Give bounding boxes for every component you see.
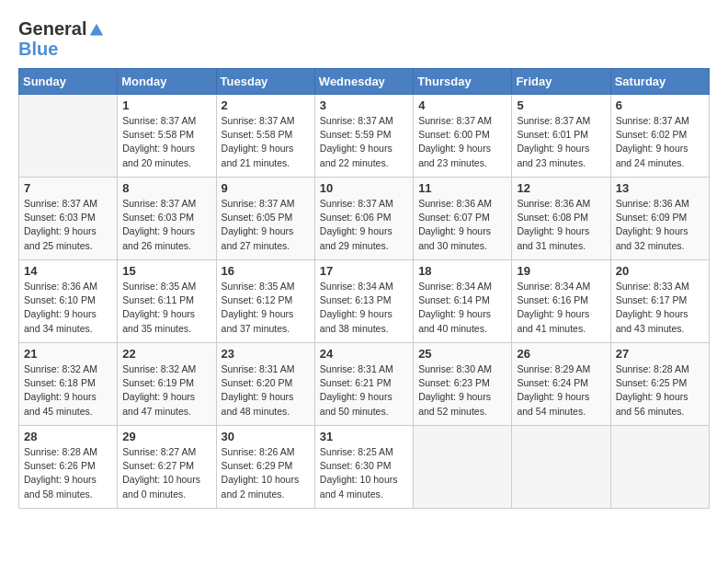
calendar-week-4: 21Sunrise: 8:32 AMSunset: 6:18 PMDayligh…	[19, 343, 710, 426]
calendar-cell: 6Sunrise: 8:37 AMSunset: 6:02 PMDaylight…	[610, 95, 709, 178]
day-number: 28	[24, 430, 112, 443]
day-info: Sunrise: 8:37 AMSunset: 5:58 PMDaylight:…	[222, 114, 310, 170]
weekday-header-monday: Monday	[118, 69, 216, 95]
calendar-cell: 25Sunrise: 8:30 AMSunset: 6:23 PMDayligh…	[414, 343, 512, 426]
day-info: Sunrise: 8:34 AMSunset: 6:16 PMDaylight:…	[517, 280, 605, 336]
calendar-cell: 10Sunrise: 8:37 AMSunset: 6:06 PMDayligh…	[314, 178, 413, 260]
calendar-cell: 5Sunrise: 8:37 AMSunset: 6:01 PMDaylight…	[512, 95, 610, 178]
calendar-cell: 24Sunrise: 8:31 AMSunset: 6:21 PMDayligh…	[314, 343, 413, 426]
day-number: 14	[24, 264, 112, 278]
day-number: 2	[222, 98, 310, 112]
calendar-cell: 31Sunrise: 8:25 AMSunset: 6:30 PMDayligh…	[314, 426, 413, 509]
calendar-week-3: 14Sunrise: 8:36 AMSunset: 6:10 PMDayligh…	[19, 260, 710, 343]
day-info: Sunrise: 8:37 AMSunset: 6:01 PMDaylight:…	[517, 114, 605, 170]
calendar-cell	[610, 426, 709, 509]
calendar-cell: 18Sunrise: 8:34 AMSunset: 6:14 PMDayligh…	[414, 260, 512, 343]
day-info: Sunrise: 8:37 AMSunset: 5:59 PMDaylight:…	[320, 114, 408, 170]
day-info: Sunrise: 8:37 AMSunset: 6:02 PMDaylight:…	[616, 114, 704, 170]
day-info: Sunrise: 8:32 AMSunset: 6:19 PMDaylight:…	[122, 362, 210, 419]
day-info: Sunrise: 8:37 AMSunset: 6:03 PMDaylight:…	[122, 197, 210, 253]
day-info: Sunrise: 8:31 AMSunset: 6:21 PMDaylight:…	[320, 362, 408, 419]
calendar-cell: 4Sunrise: 8:37 AMSunset: 6:00 PMDaylight…	[414, 95, 512, 178]
day-number: 11	[418, 181, 506, 195]
day-info: Sunrise: 8:26 AMSunset: 6:29 PMDaylight:…	[222, 445, 310, 501]
calendar-cell: 28Sunrise: 8:28 AMSunset: 6:26 PMDayligh…	[19, 426, 118, 509]
day-number: 25	[418, 347, 506, 361]
day-number: 20	[616, 264, 704, 278]
day-number: 1	[122, 98, 210, 112]
page-header: GeneralBlue	[18, 18, 710, 59]
calendar-cell: 15Sunrise: 8:35 AMSunset: 6:11 PMDayligh…	[118, 260, 216, 343]
day-number: 5	[517, 98, 605, 112]
calendar-week-1: 1Sunrise: 8:37 AMSunset: 5:58 PMDaylight…	[19, 95, 710, 178]
day-info: Sunrise: 8:37 AMSunset: 6:05 PMDaylight:…	[222, 197, 310, 253]
calendar-cell: 30Sunrise: 8:26 AMSunset: 6:29 PMDayligh…	[216, 426, 314, 509]
day-info: Sunrise: 8:35 AMSunset: 6:12 PMDaylight:…	[222, 280, 310, 336]
calendar-cell: 26Sunrise: 8:29 AMSunset: 6:24 PMDayligh…	[512, 343, 610, 426]
day-info: Sunrise: 8:33 AMSunset: 6:17 PMDaylight:…	[616, 280, 704, 336]
day-info: Sunrise: 8:36 AMSunset: 6:07 PMDaylight:…	[418, 197, 506, 253]
day-number: 18	[418, 264, 506, 278]
day-info: Sunrise: 8:32 AMSunset: 6:18 PMDaylight:…	[24, 362, 112, 419]
calendar-body: 1Sunrise: 8:37 AMSunset: 5:58 PMDaylight…	[19, 95, 710, 509]
day-info: Sunrise: 8:31 AMSunset: 6:20 PMDaylight:…	[222, 362, 310, 419]
day-number: 24	[320, 347, 408, 361]
day-number: 16	[222, 264, 310, 278]
day-number: 13	[616, 181, 704, 195]
calendar-cell: 7Sunrise: 8:37 AMSunset: 6:03 PMDaylight…	[19, 178, 118, 260]
calendar-header: SundayMondayTuesdayWednesdayThursdayFrid…	[19, 69, 710, 95]
day-info: Sunrise: 8:29 AMSunset: 6:24 PMDaylight:…	[517, 362, 605, 419]
calendar-cell	[414, 426, 512, 509]
day-info: Sunrise: 8:36 AMSunset: 6:09 PMDaylight:…	[616, 197, 704, 253]
day-number: 19	[517, 264, 605, 278]
logo: GeneralBlue	[18, 18, 105, 59]
day-info: Sunrise: 8:28 AMSunset: 6:26 PMDaylight:…	[24, 445, 112, 501]
day-info: Sunrise: 8:28 AMSunset: 6:25 PMDaylight:…	[616, 362, 704, 419]
day-number: 10	[320, 181, 408, 195]
logo-text: GeneralBlue	[18, 18, 105, 59]
weekday-header-row: SundayMondayTuesdayWednesdayThursdayFrid…	[19, 69, 710, 95]
calendar-week-2: 7Sunrise: 8:37 AMSunset: 6:03 PMDaylight…	[19, 178, 710, 260]
day-number: 27	[616, 347, 704, 361]
calendar-cell: 2Sunrise: 8:37 AMSunset: 5:58 PMDaylight…	[216, 95, 314, 178]
calendar-cell: 21Sunrise: 8:32 AMSunset: 6:18 PMDayligh…	[19, 343, 118, 426]
day-number: 6	[616, 98, 704, 112]
calendar-cell: 16Sunrise: 8:35 AMSunset: 6:12 PMDayligh…	[216, 260, 314, 343]
calendar-table: SundayMondayTuesdayWednesdayThursdayFrid…	[18, 68, 710, 509]
day-number: 23	[222, 347, 310, 361]
calendar-cell: 8Sunrise: 8:37 AMSunset: 6:03 PMDaylight…	[118, 178, 216, 260]
weekday-header-friday: Friday	[512, 69, 610, 95]
calendar-cell: 22Sunrise: 8:32 AMSunset: 6:19 PMDayligh…	[118, 343, 216, 426]
weekday-header-thursday: Thursday	[414, 69, 512, 95]
calendar-cell: 27Sunrise: 8:28 AMSunset: 6:25 PMDayligh…	[610, 343, 709, 426]
day-number: 31	[320, 430, 408, 443]
calendar-cell: 20Sunrise: 8:33 AMSunset: 6:17 PMDayligh…	[610, 260, 709, 343]
day-number: 30	[222, 430, 310, 443]
day-info: Sunrise: 8:35 AMSunset: 6:11 PMDaylight:…	[122, 280, 210, 336]
day-info: Sunrise: 8:37 AMSunset: 5:58 PMDaylight:…	[122, 114, 210, 170]
calendar-cell: 3Sunrise: 8:37 AMSunset: 5:59 PMDaylight…	[314, 95, 413, 178]
day-info: Sunrise: 8:25 AMSunset: 6:30 PMDaylight:…	[320, 445, 408, 501]
calendar-cell: 12Sunrise: 8:36 AMSunset: 6:08 PMDayligh…	[512, 178, 610, 260]
day-number: 12	[517, 181, 605, 195]
calendar-cell: 19Sunrise: 8:34 AMSunset: 6:16 PMDayligh…	[512, 260, 610, 343]
weekday-header-tuesday: Tuesday	[216, 69, 314, 95]
day-number: 26	[517, 347, 605, 361]
day-number: 22	[122, 347, 210, 361]
calendar-cell	[19, 95, 118, 178]
calendar-cell: 23Sunrise: 8:31 AMSunset: 6:20 PMDayligh…	[216, 343, 314, 426]
day-number: 7	[24, 181, 112, 195]
calendar-cell: 1Sunrise: 8:37 AMSunset: 5:58 PMDaylight…	[118, 95, 216, 178]
day-number: 3	[320, 98, 408, 112]
calendar-cell: 11Sunrise: 8:36 AMSunset: 6:07 PMDayligh…	[414, 178, 512, 260]
day-info: Sunrise: 8:37 AMSunset: 6:03 PMDaylight:…	[24, 197, 112, 253]
svg-marker-0	[90, 24, 103, 36]
day-number: 8	[122, 181, 210, 195]
weekday-header-wednesday: Wednesday	[314, 69, 413, 95]
calendar-cell	[512, 426, 610, 509]
day-number: 9	[222, 181, 310, 195]
day-number: 29	[122, 430, 210, 443]
calendar-cell: 13Sunrise: 8:36 AMSunset: 6:09 PMDayligh…	[610, 178, 709, 260]
day-number: 4	[418, 98, 506, 112]
day-number: 21	[24, 347, 112, 361]
